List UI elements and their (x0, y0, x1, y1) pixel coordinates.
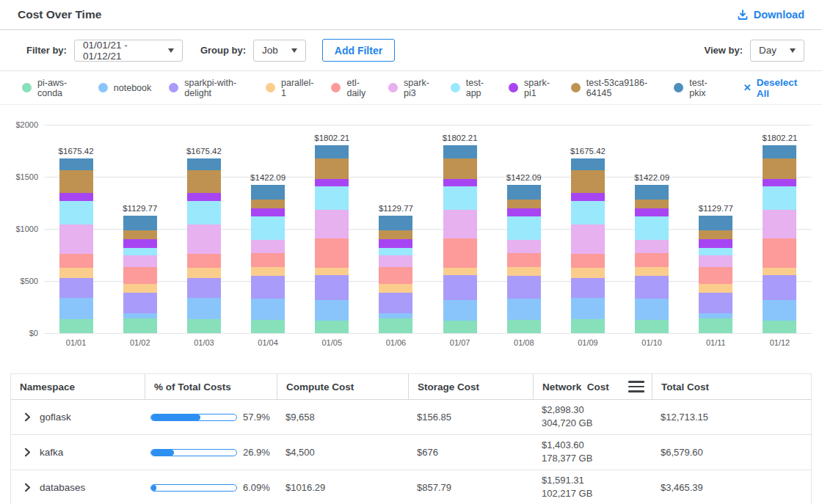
legend-item-parallel-1[interactable]: parallel-1 (266, 78, 313, 98)
stacked-bar[interactable] (699, 216, 732, 333)
column-header-network-cost[interactable]: Network Cost (533, 374, 652, 399)
bar-segment-test-app[interactable] (59, 201, 93, 224)
download-button[interactable]: Download (737, 9, 804, 21)
bar-segment-parallel-1[interactable] (699, 284, 732, 293)
bar-segment-test-app[interactable] (123, 248, 157, 255)
bar-segment-sparkpi-with-delight[interactable] (59, 278, 93, 298)
bar-segment-sparkpi-with-delight[interactable] (123, 293, 157, 313)
legend-item-test-53ca9186-64145[interactable]: test-53ca9186-64145 (571, 78, 657, 98)
bar-segment-spark-pi3[interactable] (59, 224, 93, 253)
bar-segment-spark-pi3[interactable] (571, 224, 605, 253)
bar-segment-spark-pi3[interactable] (315, 210, 349, 238)
bar-segment-pi-aws-conda[interactable] (635, 320, 669, 333)
stacked-bar[interactable] (379, 216, 412, 333)
deselect-all-button[interactable]: ✕ Deselect All (743, 77, 804, 99)
bar-segment-parallel-1[interactable] (315, 268, 349, 275)
bar-segment-spark-pi1[interactable] (635, 208, 669, 216)
column-menu-icon[interactable] (628, 381, 644, 392)
bar-segment-etl-daily[interactable] (379, 267, 412, 285)
bar-segment-sparkpi-with-delight[interactable] (315, 275, 349, 300)
bar-segment-test-53ca9186-64145[interactable] (443, 158, 477, 179)
bar-segment-test-53ca9186-64145[interactable] (59, 170, 93, 192)
bar-segment-etl-daily[interactable] (443, 238, 477, 268)
column-header-compute-cost[interactable]: Compute Cost (277, 374, 408, 399)
bar-segment-test-app[interactable] (251, 216, 285, 239)
bar-segment-spark-pi3[interactable] (443, 210, 477, 238)
column-header-namespace[interactable]: Namespace (11, 374, 145, 399)
bar-segment-test-app[interactable] (187, 201, 221, 224)
legend-item-spark-pi3[interactable]: spark-pi3 (388, 78, 433, 98)
bar-segment-etl-daily[interactable] (59, 254, 93, 268)
bar-segment-sparkpi-with-delight[interactable] (251, 276, 285, 299)
legend-item-test-app[interactable]: test-app (451, 78, 491, 98)
bar-segment-spark-pi3[interactable] (635, 240, 669, 254)
bar-segment-test-53ca9186-64145[interactable] (763, 158, 796, 179)
bar-segment-spark-pi3[interactable] (187, 224, 221, 253)
bar-segment-test-pkix[interactable] (699, 216, 732, 230)
bar-segment-pi-aws-conda[interactable] (443, 321, 477, 333)
bar-segment-parallel-1[interactable] (571, 268, 605, 278)
column-header--of-total-costs[interactable]: % of Total Costs (145, 374, 277, 399)
bar-segment-pi-aws-conda[interactable] (571, 319, 605, 333)
bar-segment-test-pkix[interactable] (763, 145, 796, 158)
bar-segment-parallel-1[interactable] (507, 267, 541, 276)
bar-segment-notebook[interactable] (59, 298, 93, 319)
bar-segment-test-app[interactable] (443, 186, 477, 210)
bar-segment-sparkpi-with-delight[interactable] (379, 293, 412, 313)
bar-segment-spark-pi3[interactable] (507, 240, 541, 254)
bar-segment-spark-pi1[interactable] (315, 179, 349, 186)
bar-segment-spark-pi3[interactable] (123, 255, 157, 267)
bar-segment-sparkpi-with-delight[interactable] (187, 278, 221, 298)
bar-segment-sparkpi-with-delight[interactable] (443, 275, 477, 300)
bar-segment-etl-daily[interactable] (251, 253, 285, 267)
bar-segment-test-pkix[interactable] (59, 158, 93, 170)
bar-segment-test-pkix[interactable] (507, 185, 541, 200)
bar-segment-spark-pi1[interactable] (763, 179, 796, 186)
chevron-right-icon[interactable] (23, 412, 32, 422)
bar-segment-spark-pi1[interactable] (699, 239, 732, 248)
bar-segment-notebook[interactable] (443, 300, 477, 321)
bar-segment-test-53ca9186-64145[interactable] (699, 230, 732, 239)
stacked-bar[interactable] (315, 145, 349, 333)
bar-segment-test-53ca9186-64145[interactable] (379, 230, 412, 239)
bar-segment-test-53ca9186-64145[interactable] (507, 200, 541, 208)
bar-segment-sparkpi-with-delight[interactable] (635, 276, 669, 299)
bar-segment-test-app[interactable] (571, 201, 605, 224)
bar-segment-spark-pi3[interactable] (379, 255, 412, 267)
bar-segment-sparkpi-with-delight[interactable] (699, 293, 732, 313)
bar-segment-test-pkix[interactable] (635, 185, 669, 200)
bar-segment-test-app[interactable] (315, 186, 349, 210)
chevron-right-icon[interactable] (23, 448, 32, 457)
bar-segment-notebook[interactable] (187, 298, 221, 319)
bar-segment-pi-aws-conda[interactable] (379, 318, 412, 333)
column-header-storage-cost[interactable]: Storage Cost (408, 374, 533, 399)
stacked-bar[interactable] (123, 216, 157, 333)
stacked-bar[interactable] (635, 185, 669, 333)
bar-segment-notebook[interactable] (315, 300, 349, 321)
bar-segment-pi-aws-conda[interactable] (251, 320, 285, 333)
stacked-bar[interactable] (507, 185, 541, 333)
bar-segment-pi-aws-conda[interactable] (59, 319, 93, 333)
bar-segment-spark-pi3[interactable] (763, 210, 796, 238)
bar-segment-etl-daily[interactable] (507, 253, 541, 267)
bar-segment-sparkpi-with-delight[interactable] (763, 275, 796, 300)
bar-segment-test-pkix[interactable] (123, 216, 157, 230)
bar-segment-sparkpi-with-delight[interactable] (571, 278, 605, 298)
bar-segment-notebook[interactable] (763, 300, 796, 321)
stacked-bar[interactable] (763, 145, 796, 333)
bar-segment-test-pkix[interactable] (251, 185, 285, 200)
bar-segment-spark-pi1[interactable] (379, 239, 412, 248)
bar-segment-etl-daily[interactable] (699, 267, 732, 285)
bar-segment-test-pkix[interactable] (379, 216, 412, 230)
legend-item-spark-pi1[interactable]: spark-pi1 (509, 78, 553, 98)
bar-segment-spark-pi1[interactable] (123, 239, 157, 248)
stacked-bar[interactable] (571, 158, 605, 333)
bar-segment-notebook[interactable] (507, 299, 541, 320)
bar-segment-pi-aws-conda[interactable] (507, 320, 541, 333)
bar-segment-spark-pi1[interactable] (59, 193, 93, 202)
chevron-right-icon[interactable] (23, 483, 32, 492)
bar-segment-test-pkix[interactable] (187, 158, 221, 170)
bar-segment-pi-aws-conda[interactable] (699, 318, 732, 333)
bar-segment-etl-daily[interactable] (187, 254, 221, 268)
stacked-bar[interactable] (443, 145, 477, 333)
